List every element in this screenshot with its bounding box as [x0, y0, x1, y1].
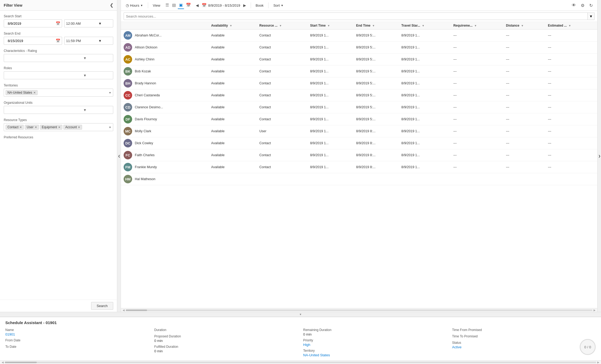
table-row[interactable]: BKBob KozakAvailableContact8/9/2019 1...…	[121, 65, 597, 77]
org-units-dropdown[interactable]: ▼	[4, 106, 113, 114]
sort-button[interactable]: Sort ▼	[272, 2, 285, 9]
end-time-cell: 8/9/2019 5:...	[354, 113, 399, 125]
resource-name-label: Cheri Castaneda	[135, 93, 160, 97]
table-row[interactable]: CDClarence Desimo...AvailableContact8/9/…	[121, 101, 597, 113]
detail-territory-value[interactable]: NA-United States	[303, 353, 447, 357]
search-end-time-dropdown-arrow[interactable]: ▼	[89, 39, 111, 43]
bars-view-icon[interactable]: ▤	[171, 2, 177, 9]
collapse-left-panel-button[interactable]: ❮	[117, 0, 121, 312]
prev-date-button[interactable]: ◀	[194, 2, 200, 8]
search-start-label: Search Start	[4, 14, 113, 18]
resource-name-label: Frankie Mundy	[135, 165, 157, 169]
book-button[interactable]: Book	[254, 2, 265, 9]
availability-cell: Available	[209, 125, 257, 137]
th-requireme[interactable]: Requireme... ▼	[451, 22, 503, 30]
vertical-expand-button[interactable]: ▼	[0, 312, 601, 317]
table-row[interactable]: ADAllison DicksonAvailableContact8/9/201…	[121, 42, 597, 53]
table-row[interactable]: HMHal Matheson	[121, 173, 597, 185]
collapse-right-panel-button[interactable]: ❯	[597, 0, 601, 312]
hours-button[interactable]: ◷ Hours ▼	[124, 2, 145, 9]
list-view-icon[interactable]: ☰	[164, 2, 170, 9]
territory-tag-0-remove[interactable]: ✕	[33, 91, 36, 94]
resource-types-dropdown-arrow[interactable]: ▼	[109, 126, 111, 129]
org-units-arrow[interactable]: ▼	[59, 108, 112, 112]
date-calendar-icon[interactable]: 📅	[202, 3, 207, 8]
resource-types-tags-input[interactable]: Contact ✕ User ✕ Equipment ✕ Account	[4, 123, 113, 131]
territories-dropdown-arrow[interactable]: ▼	[109, 91, 111, 94]
th-travel-star[interactable]: Travel Star... ▼	[399, 22, 450, 30]
detail-status-value[interactable]: Active	[452, 345, 596, 349]
detail-remaining-duration-value: 0 min	[303, 332, 447, 336]
table-row[interactable]: DFDavis FlournoyAvailableContact8/9/2019…	[121, 113, 597, 125]
search-end-calendar-icon[interactable]: 📅	[56, 39, 60, 43]
bottom-horizontal-scrollbar[interactable]: ◀ ▶	[0, 360, 601, 364]
search-resources-input[interactable]	[124, 13, 588, 20]
resource-type-tag-contact-remove[interactable]: ✕	[19, 126, 22, 129]
th-resource[interactable]: Resource ... ▼	[257, 22, 307, 30]
avatar: FM	[124, 163, 132, 171]
horizontal-scrollbar[interactable]: ◀ ▶	[121, 308, 597, 312]
table-row[interactable]: BHBrady HannonAvailableContact8/9/2019 1…	[121, 77, 597, 89]
table-row[interactable]: ACAshley ChinnAvailableContact8/9/2019 1…	[121, 53, 597, 65]
start-time-cell: 8/9/2019 1...	[307, 42, 354, 53]
end-time-cell: 8/9/2019 5:...	[354, 65, 399, 77]
search-start-time-dropdown-arrow[interactable]: ▼	[89, 22, 111, 26]
start-time-cell: 8/9/2019 1...	[307, 89, 354, 101]
calendar-view-icon[interactable]: 📅	[185, 2, 192, 9]
th-name[interactable]	[121, 22, 209, 30]
refresh-icon[interactable]: ↻	[588, 2, 594, 9]
search-end-date-input[interactable]	[6, 37, 55, 45]
th-availability[interactable]: Availability ▼	[209, 22, 257, 30]
roles-dropdown[interactable]: ▼	[4, 71, 113, 79]
estimated-cell: ---	[545, 149, 597, 161]
next-date-button[interactable]: ▶	[242, 2, 247, 8]
th-estimated[interactable]: Estimated ... ▼	[545, 22, 597, 30]
eye-icon[interactable]: 👁	[570, 2, 577, 9]
resource-type-tag-user-remove[interactable]: ✕	[35, 126, 37, 129]
th-distance[interactable]: Distance ▼	[503, 22, 545, 30]
characteristics-rating-arrow[interactable]: ▼	[59, 56, 112, 60]
estimated-cell: ---	[545, 113, 597, 125]
detail-col-3: Remaining Duration 0 min Priority High T…	[303, 328, 447, 357]
resource-name-label: Davis Flournoy	[135, 117, 157, 121]
scroll-right-icon[interactable]: ▶	[594, 309, 596, 312]
view-button[interactable]: View	[151, 2, 162, 9]
territories-tags-input[interactable]: NA-United States ✕ ▼	[4, 89, 113, 97]
scroll-left-icon[interactable]: ◀	[123, 309, 125, 312]
availability-cell: Available	[209, 77, 257, 89]
resource-name-label: Allison Dickson	[135, 46, 157, 49]
territory-tag-0-label: NA-United States	[7, 91, 32, 94]
resource-name-cell: BKBob Kozak	[121, 65, 209, 77]
resource-type-tag-contact-label: Contact	[7, 125, 18, 129]
availability-cell: Available	[209, 101, 257, 113]
bottom-scroll-left-icon[interactable]: ◀	[2, 361, 4, 364]
search-resources-dropdown-button[interactable]: ▼	[588, 13, 595, 20]
resource-type-tag-equipment: Equipment ✕	[40, 125, 62, 130]
table-row[interactable]: FCFaith CharlesAvailableContact8/9/2019 …	[121, 149, 597, 161]
avatar: MC	[124, 127, 132, 135]
table-row[interactable]: CCCheri CastanedaAvailableContact8/9/201…	[121, 89, 597, 101]
roles-arrow[interactable]: ▼	[59, 73, 112, 77]
table-row[interactable]: DCDick CowleyAvailableContact8/9/2019 1.…	[121, 137, 597, 149]
resource-name-label: Dick Cowley	[135, 141, 153, 145]
search-start-date-input[interactable]	[6, 19, 55, 27]
characteristics-rating-dropdown[interactable]: ▼	[4, 54, 113, 62]
table-row[interactable]: AMAbraham McCor...AvailableContact8/9/20…	[121, 30, 597, 42]
th-end-time[interactable]: End Time ▼	[354, 22, 399, 30]
search-start-calendar-icon[interactable]: 📅	[56, 21, 60, 26]
end-time-cell: 8/9/2019 5:...	[354, 30, 399, 42]
table-row[interactable]: MCMolly ClarkAvailableUser8/9/2019 1...8…	[121, 125, 597, 137]
resource-type-tag-equipment-remove[interactable]: ✕	[58, 126, 60, 129]
bottom-scroll-right-icon[interactable]: ▶	[597, 361, 599, 364]
resource-type-tag-account-remove[interactable]: ✕	[78, 126, 80, 129]
settings-icon[interactable]: ⚙	[579, 2, 586, 9]
table-row[interactable]: FMFrankie MundyAvailableContact8/9/2019 …	[121, 161, 597, 173]
detail-name-value[interactable]: 01901	[5, 332, 149, 336]
collapse-left-icon[interactable]: ❮	[110, 3, 113, 8]
avatar-cell: BKBob Kozak	[124, 67, 206, 76]
detail-priority-value[interactable]: High	[303, 343, 447, 347]
grid-view-icon[interactable]: ▣	[178, 2, 184, 9]
search-button[interactable]: Search	[91, 302, 113, 310]
th-start-time[interactable]: Start Time ▼	[307, 22, 354, 30]
requirement-cell: ---	[451, 125, 503, 137]
